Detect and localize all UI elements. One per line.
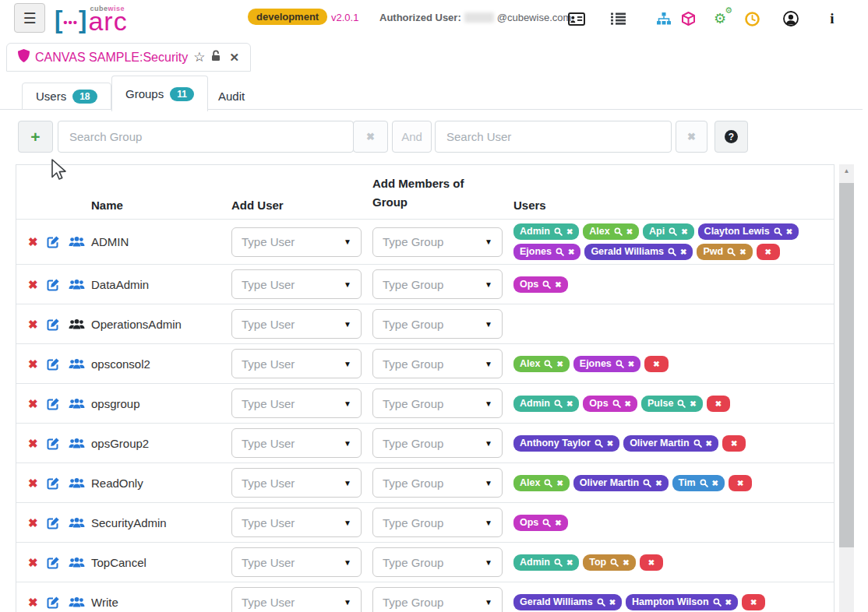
- zoom-user-icon[interactable]: [595, 439, 603, 448]
- zoom-user-icon[interactable]: [556, 248, 564, 256]
- remove-all-users-chip[interactable]: ✖: [742, 594, 765, 610]
- add-user-dropdown[interactable]: Type User ▼: [231, 428, 362, 458]
- document-tab[interactable]: CANVAS SAMPLE:Security ☆ ✕: [6, 43, 251, 72]
- delete-group-icon[interactable]: ✖: [28, 398, 38, 410]
- favorite-star-icon[interactable]: ☆: [193, 51, 205, 64]
- remove-user-icon[interactable]: ✖: [556, 358, 563, 370]
- zoom-user-icon[interactable]: [544, 360, 552, 368]
- zoom-user-icon[interactable]: [597, 598, 605, 607]
- add-members-dropdown[interactable]: Type Group ▼: [372, 389, 503, 418]
- remove-all-users-chip[interactable]: ✖: [722, 435, 746, 452]
- group-members-icon[interactable]: [69, 279, 85, 290]
- add-members-dropdown[interactable]: Type Group ▼: [372, 468, 503, 498]
- zoom-user-icon[interactable]: [612, 399, 621, 408]
- zoom-user-icon[interactable]: [643, 479, 651, 487]
- zoom-user-icon[interactable]: [610, 558, 619, 567]
- zoom-user-icon[interactable]: [554, 558, 563, 567]
- edit-group-icon[interactable]: [47, 477, 60, 490]
- clear-user-search-button[interactable]: ✖: [676, 121, 707, 153]
- remove-user-icon[interactable]: ✖: [566, 226, 573, 237]
- add-members-dropdown[interactable]: Type Group ▼: [372, 587, 503, 612]
- zoom-user-icon[interactable]: [542, 519, 551, 527]
- help-button[interactable]: ?: [715, 121, 748, 153]
- remove-user-icon[interactable]: ✖: [607, 438, 613, 449]
- remove-all-users-chip[interactable]: ✖: [640, 554, 663, 571]
- add-members-dropdown[interactable]: Type Group ▼: [372, 349, 503, 378]
- zoom-user-icon[interactable]: [669, 227, 677, 236]
- edit-group-icon[interactable]: [47, 357, 60, 371]
- tab-audit[interactable]: Audit: [205, 83, 258, 110]
- add-user-dropdown[interactable]: Type User ▼: [231, 309, 362, 339]
- zoom-user-icon[interactable]: [554, 227, 563, 236]
- remove-user-icon[interactable]: ✖: [555, 517, 561, 529]
- remove-user-icon[interactable]: ✖: [706, 438, 712, 449]
- add-user-dropdown[interactable]: Type User ▼: [231, 547, 362, 577]
- remove-all-users-chip[interactable]: ✖: [757, 244, 780, 260]
- zoom-user-icon[interactable]: [616, 360, 624, 368]
- add-user-dropdown[interactable]: Type User ▼: [231, 227, 362, 257]
- group-members-icon[interactable]: [69, 517, 85, 529]
- remove-user-icon[interactable]: ✖: [690, 398, 696, 410]
- edit-group-icon[interactable]: [47, 235, 60, 248]
- remove-user-icon[interactable]: ✖: [555, 279, 561, 290]
- remove-user-icon[interactable]: ✖: [566, 557, 573, 568]
- delete-group-icon[interactable]: ✖: [28, 517, 38, 529]
- clock-icon[interactable]: [743, 9, 761, 28]
- edit-group-icon[interactable]: [47, 397, 60, 410]
- remove-user-icon[interactable]: ✖: [626, 226, 633, 237]
- gears-icon[interactable]: ⚙⚙: [711, 9, 729, 28]
- remove-user-icon[interactable]: ✖: [556, 477, 563, 489]
- edit-group-icon[interactable]: [47, 556, 60, 569]
- delete-group-icon[interactable]: ✖: [28, 236, 38, 248]
- search-group-input[interactable]: [58, 121, 354, 153]
- group-members-icon[interactable]: [69, 358, 85, 370]
- delete-group-icon[interactable]: ✖: [28, 279, 38, 290]
- add-members-dropdown[interactable]: Type Group ▼: [372, 227, 503, 257]
- tab-users[interactable]: Users 18: [22, 83, 111, 110]
- group-members-icon[interactable]: [69, 318, 85, 330]
- unlock-icon[interactable]: [210, 50, 221, 65]
- remove-user-icon[interactable]: ✖: [786, 226, 792, 237]
- zoom-user-icon[interactable]: [677, 399, 686, 408]
- edit-group-icon[interactable]: [47, 596, 60, 609]
- cube-icon[interactable]: [679, 9, 697, 28]
- add-members-dropdown[interactable]: Type Group ▼: [372, 547, 503, 577]
- add-members-dropdown[interactable]: Type Group ▼: [372, 428, 503, 458]
- group-members-icon[interactable]: [69, 398, 85, 410]
- remove-user-icon[interactable]: ✖: [566, 398, 573, 410]
- zoom-user-icon[interactable]: [693, 439, 702, 448]
- clear-group-search-button[interactable]: ✖: [353, 121, 388, 153]
- add-user-dropdown[interactable]: Type User ▼: [231, 269, 362, 299]
- remove-user-icon[interactable]: ✖: [739, 246, 746, 258]
- delete-group-icon[interactable]: ✖: [28, 477, 38, 489]
- group-members-icon[interactable]: [69, 477, 85, 489]
- remove-user-icon[interactable]: ✖: [568, 246, 574, 258]
- remove-user-icon[interactable]: ✖: [712, 477, 718, 489]
- delete-group-icon[interactable]: ✖: [28, 557, 38, 568]
- add-members-dropdown[interactable]: Type Group ▼: [372, 269, 503, 299]
- close-tab-icon[interactable]: ✕: [229, 51, 239, 65]
- edit-group-icon[interactable]: [47, 318, 60, 331]
- add-members-dropdown[interactable]: Type Group ▼: [372, 508, 503, 537]
- remove-user-icon[interactable]: ✖: [609, 596, 616, 608]
- remove-all-users-chip[interactable]: ✖: [729, 475, 752, 491]
- add-group-button[interactable]: +: [18, 121, 53, 153]
- delete-group-icon[interactable]: ✖: [28, 358, 38, 370]
- zoom-user-icon[interactable]: [544, 479, 552, 487]
- user-icon[interactable]: [782, 9, 800, 28]
- remove-user-icon[interactable]: ✖: [680, 246, 686, 258]
- id-card-icon[interactable]: [567, 9, 586, 28]
- sitemap-icon[interactable]: [655, 9, 673, 28]
- zoom-user-icon[interactable]: [554, 399, 563, 408]
- search-user-input[interactable]: [435, 121, 672, 153]
- scroll-up-button[interactable]: ▲: [839, 164, 854, 178]
- edit-group-icon[interactable]: [47, 278, 60, 291]
- zoom-user-icon[interactable]: [542, 280, 551, 289]
- remove-user-icon[interactable]: ✖: [623, 557, 629, 568]
- zoom-user-icon[interactable]: [614, 227, 623, 236]
- zoom-user-icon[interactable]: [727, 248, 736, 256]
- add-members-dropdown[interactable]: Type Group ▼: [372, 309, 503, 339]
- group-members-icon[interactable]: [69, 596, 85, 608]
- list-icon[interactable]: [609, 9, 627, 28]
- edit-group-icon[interactable]: [47, 516, 60, 529]
